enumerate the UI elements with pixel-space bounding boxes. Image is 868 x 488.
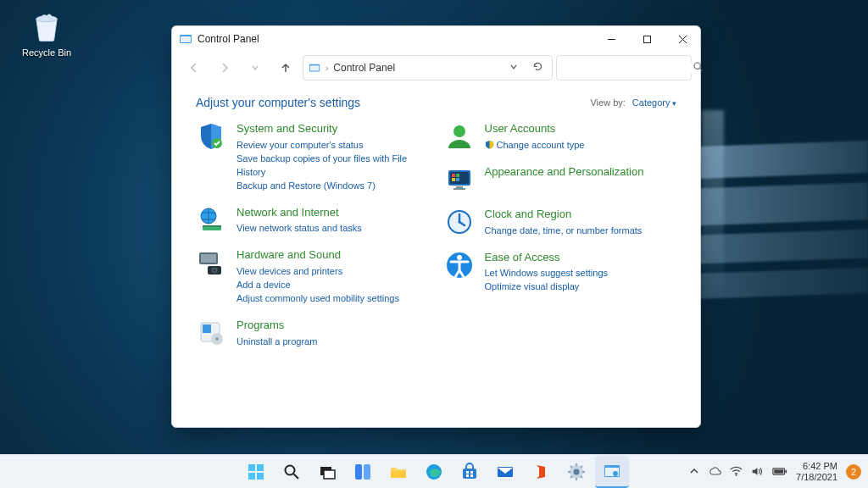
category-icon xyxy=(196,318,226,348)
svg-rect-25 xyxy=(452,178,455,181)
category-appearance-and-personalization: Appearance and Personalization xyxy=(444,164,677,195)
category-title-link[interactable]: Programs xyxy=(236,318,317,334)
svg-rect-40 xyxy=(324,470,335,479)
minimize-button[interactable] xyxy=(593,26,629,52)
svg-point-55 xyxy=(613,471,618,476)
category-title-link[interactable]: Network and Internet xyxy=(236,205,362,221)
close-button[interactable] xyxy=(665,26,700,52)
category-ease-of-access: Ease of AccessLet Windows suggest settin… xyxy=(444,250,677,295)
category-title-link[interactable]: User Accounts xyxy=(485,121,585,137)
notification-badge[interactable]: 2 xyxy=(846,464,861,480)
category-sublink[interactable]: View devices and printers xyxy=(236,265,399,279)
forward-button[interactable] xyxy=(211,54,238,81)
edge-button[interactable] xyxy=(417,456,451,488)
svg-point-15 xyxy=(214,269,216,272)
recent-dropdown-button[interactable] xyxy=(242,54,269,81)
control-panel-taskbar-button[interactable] xyxy=(595,456,629,488)
wallpaper-light xyxy=(673,141,868,180)
category-sublink[interactable]: Add a device xyxy=(236,279,399,292)
system-tray: 6:42 PM 7/18/2021 2 xyxy=(689,455,861,488)
refresh-button[interactable] xyxy=(528,61,547,75)
svg-rect-23 xyxy=(452,174,455,177)
desktop-icon-recycle-bin[interactable]: Recycle Bin xyxy=(17,8,76,58)
category-sublink[interactable]: Save backup copies of your files with Fi… xyxy=(236,152,429,180)
back-button[interactable] xyxy=(181,54,208,81)
category-icon xyxy=(444,121,475,152)
window-icon xyxy=(179,32,192,46)
settings-button[interactable] xyxy=(559,456,593,488)
svg-point-20 xyxy=(453,125,465,137)
desktop[interactable]: Recycle Bin Control Panel › Control Pane… xyxy=(0,0,868,488)
tray-overflow-button[interactable] xyxy=(689,466,699,478)
office-button[interactable] xyxy=(524,456,558,488)
store-button[interactable] xyxy=(453,456,487,488)
svg-rect-36 xyxy=(248,473,255,480)
category-sublink[interactable]: Uninstall a program xyxy=(236,336,317,349)
onedrive-tray-icon[interactable] xyxy=(708,466,721,478)
svg-point-38 xyxy=(286,466,295,475)
control-panel-icon xyxy=(309,62,320,74)
svg-point-19 xyxy=(215,337,219,341)
titlebar[interactable]: Control Panel xyxy=(172,26,700,52)
address-bar[interactable]: › Control Panel xyxy=(303,55,553,80)
volume-tray-icon[interactable] xyxy=(751,466,764,479)
widgets-button[interactable] xyxy=(346,456,380,488)
svg-rect-42 xyxy=(364,464,370,480)
category-sublink[interactable]: Change date, time, or number formats xyxy=(485,225,643,238)
svg-rect-35 xyxy=(257,464,264,471)
tray-clock[interactable]: 6:42 PM 7/18/2021 xyxy=(796,461,837,482)
search-box[interactable] xyxy=(556,55,692,80)
mail-button[interactable] xyxy=(488,456,522,488)
category-title-link[interactable]: System and Security xyxy=(236,121,429,137)
address-dropdown-button[interactable] xyxy=(504,62,523,74)
file-explorer-button[interactable] xyxy=(381,456,415,488)
svg-rect-2 xyxy=(181,36,191,42)
taskbar-search-button[interactable] xyxy=(275,456,309,488)
category-sublink[interactable]: Backup and Restore (Windows 7) xyxy=(236,180,429,193)
category-sublink[interactable]: Let Windows suggest settings xyxy=(485,267,609,280)
svg-rect-26 xyxy=(456,178,459,181)
category-clock-and-region: Clock and RegionChange date, time, or nu… xyxy=(444,207,677,238)
task-view-button[interactable] xyxy=(310,456,344,488)
svg-rect-59 xyxy=(774,469,783,474)
category-network-and-internet: Network and InternetView network status … xyxy=(196,205,429,236)
taskbar: 6:42 PM 7/18/2021 2 xyxy=(0,454,868,488)
svg-rect-41 xyxy=(355,464,362,480)
recycle-bin-icon xyxy=(29,8,64,44)
category-icon xyxy=(444,207,475,237)
svg-rect-10 xyxy=(203,225,221,227)
category-sublink[interactable]: Adjust commonly used mobility settings xyxy=(236,292,399,306)
svg-point-33 xyxy=(457,255,462,260)
wifi-tray-icon[interactable] xyxy=(730,466,743,479)
start-button[interactable] xyxy=(239,456,273,488)
battery-tray-icon[interactable] xyxy=(772,467,787,478)
category-title-link[interactable]: Appearance and Personalization xyxy=(485,164,644,180)
navigation-row: › Control Panel xyxy=(172,52,700,84)
svg-rect-3 xyxy=(643,36,650,42)
category-sublink[interactable]: Review your computer's status xyxy=(236,139,429,152)
category-title-link[interactable]: Clock and Region xyxy=(485,207,643,223)
svg-rect-24 xyxy=(456,174,459,177)
svg-rect-5 xyxy=(310,65,320,70)
maximize-button[interactable] xyxy=(629,26,665,52)
category-hardware-and-sound: Hardware and SoundView devices and print… xyxy=(196,247,429,306)
category-title-link[interactable]: Ease of Access xyxy=(485,250,609,266)
category-icon xyxy=(196,247,226,278)
category-programs: ProgramsUninstall a program xyxy=(196,318,429,349)
breadcrumb[interactable]: Control Panel xyxy=(333,62,395,74)
svg-point-31 xyxy=(458,220,460,223)
svg-point-56 xyxy=(736,474,737,475)
category-sublink[interactable]: Change account type xyxy=(485,139,585,152)
svg-rect-58 xyxy=(785,469,787,473)
up-button[interactable] xyxy=(272,54,299,81)
category-sublink[interactable]: View network status and tasks xyxy=(236,222,362,236)
svg-rect-47 xyxy=(470,471,473,474)
category-title-link[interactable]: Hardware and Sound xyxy=(236,247,399,263)
svg-rect-48 xyxy=(466,474,469,477)
content-area: Adjust your computer's settings View by:… xyxy=(172,84,700,427)
category-sublink[interactable]: Optimize visual display xyxy=(485,280,609,294)
svg-rect-12 xyxy=(201,254,216,263)
search-input[interactable] xyxy=(565,62,693,74)
search-icon xyxy=(693,60,704,75)
viewby-dropdown[interactable]: Category xyxy=(632,97,676,108)
